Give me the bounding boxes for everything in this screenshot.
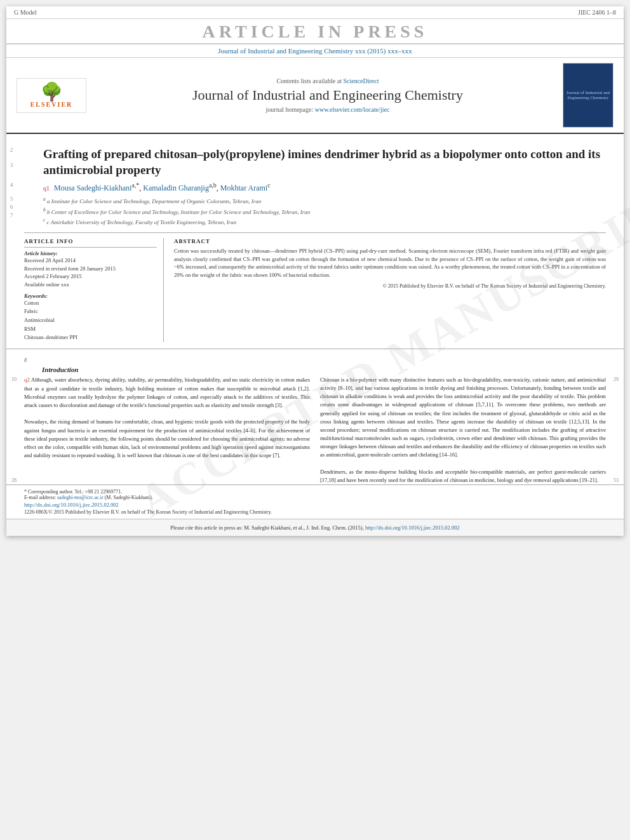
keyword-4: RSM — [24, 325, 157, 334]
line-num-3: 3 — [10, 162, 13, 168]
author-3: Mokhtar Arami — [220, 183, 267, 192]
journal-center: Contents lists available at ScienceDirec… — [100, 77, 555, 113]
line-num-28: 28 — [11, 477, 17, 484]
journal-title: Journal of Industrial and Engineering Ch… — [100, 87, 555, 103]
line-num-5: 5 — [10, 196, 13, 202]
affiliation-b: b b Center of Excellence for Color Scien… — [43, 206, 606, 217]
journal-header: 🌳 ELSEVIER Contents lists available at S… — [6, 58, 624, 134]
line-num-7: 7 — [10, 212, 13, 218]
revised-date: Received in revised form 28 January 2015 — [24, 265, 157, 273]
homepage-url[interactable]: www.elsevier.com/locate/jiec — [315, 106, 390, 113]
jiec-ref: JIEC 2406 1–8 — [578, 9, 616, 16]
keywords-list: Cotton Fabric Antimicrobial RSM Chitosan… — [24, 299, 157, 342]
affiliations-list: a a Institute for Color Science and Tech… — [24, 196, 606, 227]
line-num-6: 6 — [10, 204, 13, 210]
g-model: G Model — [14, 9, 37, 16]
top-bar: G Model JIEC 2406 1–8 — [6, 6, 624, 19]
abstract-heading: ABSTRACT — [174, 238, 606, 244]
journal-homepage: journal homepage: www.elsevier.com/locat… — [100, 106, 555, 113]
abstract-text: Cotton was successfully treated by chito… — [174, 247, 606, 279]
intro-right-para-2: Dendrimers, as the mono-disperse buildin… — [320, 468, 606, 484]
introduction-title: Introduction — [42, 366, 606, 373]
line-num-2: 2 — [10, 147, 13, 153]
journal-thumb-image: Journal of Industrial and Engineering Ch… — [563, 63, 613, 127]
author-1: Mousa Sadeghi-Kiakhani — [54, 183, 131, 192]
info-abstract-section: ARTICLE INFO Article history: Received 2… — [24, 232, 606, 342]
intro-left-col: 10 q2 Although, water absorbency, dyeing… — [24, 376, 310, 484]
footnote-area: * Corresponding author. Tel.: +98 21 229… — [6, 484, 624, 519]
article-in-press-banner: ARTICLE IN PRESS — [6, 19, 624, 44]
intro-two-col: 10 q2 Although, water absorbency, dyeing… — [24, 376, 606, 484]
intro-right-col: 29 Chitosan is a bio-polymer with many d… — [320, 376, 606, 484]
intro-heading: 8 — [24, 356, 606, 363]
affiliation-c: c c Amirkabir University of Technology, … — [43, 217, 606, 227]
authors-section: 4 q1 Mousa Sadeghi-Kiakhania,*, Kamaladi… — [24, 182, 606, 193]
main-content: 2 3 Grafting of prepared chitosan–poly(p… — [6, 134, 624, 342]
cite-link[interactable]: http://dx.doi.org/10.1016/j.jiec.2015.02… — [365, 524, 460, 531]
keyword-2: Fabric — [24, 307, 157, 316]
authors-line: q1 Mousa Sadeghi-Kiakhania,*, Kamaladin … — [24, 182, 606, 193]
doi-link[interactable]: http://dx.doi.org/10.1016/j.jiec.2015.02… — [24, 502, 119, 508]
q2-marker: q2 — [24, 377, 30, 383]
body-section: 8 Introduction 10 q2 Although, water abs… — [6, 356, 624, 484]
issn-line: 1226-086X/© 2015 Published by Elsevier B… — [24, 509, 606, 515]
keyword-1: Cotton — [24, 299, 157, 308]
line-num-53: 53 — [613, 477, 619, 484]
affiliations-section: 5 6 7 a a Institute for Color Science an… — [24, 196, 606, 227]
article-title: Grafting of prepared chitosan–poly(propy… — [24, 147, 606, 178]
abstract-column: ABSTRACT Cotton was successfully treated… — [174, 238, 606, 342]
intro-left-para-2: Nowadays, the rising demand of humans fo… — [24, 418, 310, 460]
email-link[interactable]: sadeghi-mo@icrc.ac.ir — [57, 495, 104, 500]
abstract-copyright: © 2015 Published by Elsevier B.V. on beh… — [174, 283, 606, 289]
elsevier-tree-icon: 🌳 — [41, 83, 63, 101]
elsevier-logo: 🌳 ELSEVIER — [17, 78, 93, 113]
elsevier-logo-image: 🌳 ELSEVIER — [17, 78, 86, 113]
line-num-29: 29 — [613, 376, 619, 383]
accepted-date: Accepted 2 February 2015 — [24, 272, 157, 281]
intro-left-para-1: q2 Although, water absorbency, dyeing ab… — [24, 376, 310, 410]
cite-text: Please cite this article in press as: M.… — [170, 524, 364, 531]
author-2: Kamaladin Gharanjig — [143, 183, 209, 192]
available-date: Available online xxx — [24, 281, 157, 289]
title-section: 2 3 Grafting of prepared chitosan–poly(p… — [24, 147, 606, 178]
contents-line: Contents lists available at ScienceDirec… — [100, 77, 555, 84]
doi-line: http://dx.doi.org/10.1016/j.jiec.2015.02… — [24, 502, 606, 508]
corresponding-author: * Corresponding author. Tel.: +98 21 229… — [24, 489, 606, 495]
history-label: Article history: — [24, 250, 157, 257]
journal-line: Journal of Industrial and Engineering Ch… — [6, 44, 624, 58]
intro-right-para-1: Chitosan is a bio-polymer with many dist… — [320, 376, 606, 460]
keyword-3: Antimicrobial — [24, 316, 157, 325]
elsevier-text: ELSEVIER — [30, 101, 73, 108]
keywords-label: Keywords: — [24, 293, 157, 299]
article-info-heading: ARTICLE INFO — [24, 238, 157, 244]
received-date: Received 28 April 2014 — [24, 257, 157, 265]
keyword-5: Chitosan–dendrimer PPI — [24, 333, 157, 342]
q1-marker: q1 — [43, 185, 50, 192]
line-num-10: 10 — [11, 376, 17, 383]
citation-box: Please cite this article in press as: M.… — [6, 519, 624, 536]
line-num-8: 8 — [24, 357, 27, 363]
sciencedirect-link[interactable]: ScienceDirect — [343, 77, 379, 84]
email-line: E-mail address: sadeghi-mo@icrc.ac.ir (M… — [24, 495, 606, 500]
affiliation-a: a a Institute for Color Science and Tech… — [43, 196, 606, 206]
journal-thumbnail: Journal of Industrial and Engineering Ch… — [563, 63, 613, 128]
article-info-column: ARTICLE INFO Article history: Received 2… — [24, 238, 164, 342]
line-num-4: 4 — [10, 182, 13, 188]
article-page: G Model JIEC 2406 1–8 ARTICLE IN PRESS J… — [6, 6, 624, 536]
